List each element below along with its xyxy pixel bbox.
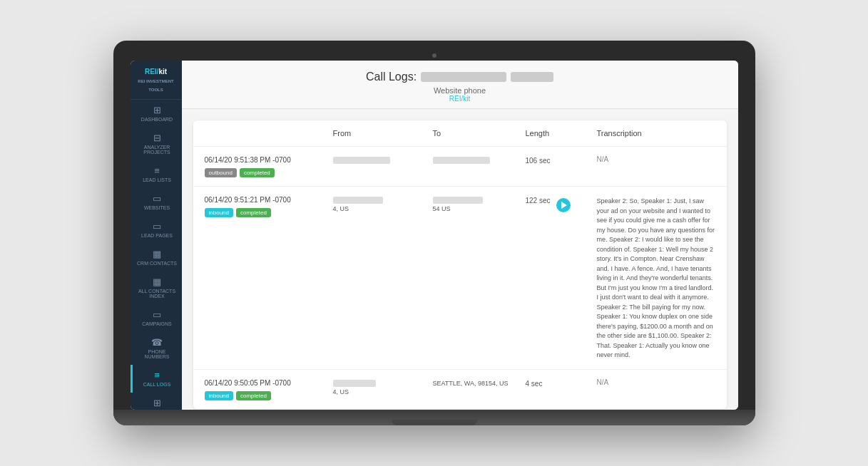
sidebar-item-dashboard[interactable]: ⊞ DASHBOARD <box>131 100 182 128</box>
main-content: Call Logs: Website phone REI/kit From <box>182 61 738 410</box>
cell-length-2: 122 sec <box>526 195 597 212</box>
number-settings-icon: ⊞ <box>153 398 161 408</box>
badge-outbound-1: outbound <box>205 168 237 177</box>
content-area: From To Length Transcription 06/14/20 9:… <box>182 109 738 410</box>
sidebar-item-lead-pages[interactable]: ▭ LEAD PAGES <box>131 216 182 244</box>
phone-icon: ☎ <box>151 338 163 347</box>
cell-from-1 <box>333 155 433 164</box>
table-row: 06/14/20 9:51:38 PM -0700 outbound compl… <box>193 147 727 187</box>
cell-from-3: 4, US <box>333 378 433 395</box>
sidebar-item-websites[interactable]: ▭ WEBSITES <box>131 188 182 216</box>
cell-transcription-3: N/A <box>597 378 715 386</box>
cell-length-3: 4 sec <box>526 378 597 388</box>
call-logs-icon: ≡ <box>154 371 160 380</box>
col-header-to: To <box>433 129 526 138</box>
laptop-base <box>113 410 755 425</box>
from-redacted-2 <box>333 197 383 204</box>
badge-completed-1: completed <box>240 168 275 177</box>
badge-completed-3: completed <box>236 391 271 400</box>
lead-lists-icon: ≡ <box>154 166 160 175</box>
play-button-2[interactable] <box>556 198 571 212</box>
from-redacted-3 <box>333 380 376 387</box>
cell-to-3: SEATTLE, WA, 98154, US <box>433 378 526 387</box>
sidebar-item-call-logs[interactable]: ≡ CALL LOGS <box>131 365 182 393</box>
sidebar: REI/kit REI INVESTMENT TOOLS ⊞ DASHBOARD… <box>131 61 182 410</box>
from-redacted-1 <box>333 157 390 164</box>
sidebar-item-number-settings[interactable]: ⊞ NUMBER SETTINGS <box>131 393 182 410</box>
page-title: Call Logs: <box>182 71 738 83</box>
col-header-date <box>205 129 333 138</box>
play-triangle-icon <box>561 202 567 209</box>
cell-to-1 <box>433 155 526 164</box>
badge-completed-2: completed <box>236 208 271 217</box>
page-brand: REI/kit <box>182 95 738 103</box>
sidebar-item-all-contacts[interactable]: ▦ ALL CONTACTS INDEX <box>131 271 182 304</box>
table-header: From To Length Transcription <box>193 120 727 147</box>
badges-1: outbound completed <box>205 168 333 177</box>
cell-date-1: 06/14/20 9:51:38 PM -0700 outbound compl… <box>205 155 333 177</box>
table-row: 06/14/20 9:50:05 PM -0700 inbound comple… <box>193 370 727 409</box>
crm-icon: ▦ <box>153 249 161 259</box>
cell-length-1: 106 sec <box>526 155 597 165</box>
sidebar-item-phone-numbers[interactable]: ☎ PHONE NUMBERS <box>131 332 182 365</box>
cell-transcription-2: Speaker 2: So, Speaker 1: Just, I saw yo… <box>597 195 715 361</box>
cell-from-2: 4, US <box>333 195 433 212</box>
sidebar-item-crm[interactable]: ▦ CRM CONTACTS <box>131 244 182 271</box>
badge-inbound-2: inbound <box>205 208 233 217</box>
cell-to-2: 54 US <box>433 195 526 212</box>
badge-inbound-3: inbound <box>205 391 233 400</box>
page-subtitle: Website phone <box>182 86 738 95</box>
length-play-2: 122 sec <box>526 197 597 212</box>
col-header-transcription: Transcription <box>597 129 715 138</box>
app-logo: REI/kit REI INVESTMENT TOOLS <box>131 61 182 100</box>
sidebar-item-campaigns[interactable]: ▭ CAMPAIGNS <box>131 304 182 332</box>
page-header: Call Logs: Website phone REI/kit <box>182 61 738 109</box>
dashboard-icon: ⊞ <box>153 105 161 115</box>
col-header-from: From <box>333 129 433 138</box>
title-redacted-bar-2 <box>511 72 553 82</box>
all-contacts-icon: ▦ <box>153 277 161 286</box>
to-redacted-1 <box>433 157 490 164</box>
cell-transcription-1: N/A <box>597 155 715 163</box>
table-row: 06/14/20 9:51:21 PM -0700 inbound comple… <box>193 187 727 370</box>
campaigns-icon: ▭ <box>153 310 161 319</box>
badges-2: inbound completed <box>205 208 333 217</box>
websites-icon: ▭ <box>153 194 161 203</box>
col-header-length: Length <box>526 129 597 138</box>
lead-pages-icon: ▭ <box>153 222 161 231</box>
sidebar-item-analyzer[interactable]: ⊟ ANALYZER PROJECTS <box>131 128 182 160</box>
sidebar-item-lead-lists[interactable]: ≡ LEAD LISTS <box>131 160 182 188</box>
badges-3: inbound completed <box>205 391 333 400</box>
analyzer-icon: ⊟ <box>153 133 161 143</box>
cell-date-3: 06/14/20 9:50:05 PM -0700 inbound comple… <box>205 378 333 400</box>
cell-date-2: 06/14/20 9:51:21 PM -0700 inbound comple… <box>205 195 333 217</box>
to-redacted-2 <box>433 197 483 204</box>
call-logs-table: From To Length Transcription 06/14/20 9:… <box>193 120 727 409</box>
title-redacted-bar <box>421 72 506 82</box>
